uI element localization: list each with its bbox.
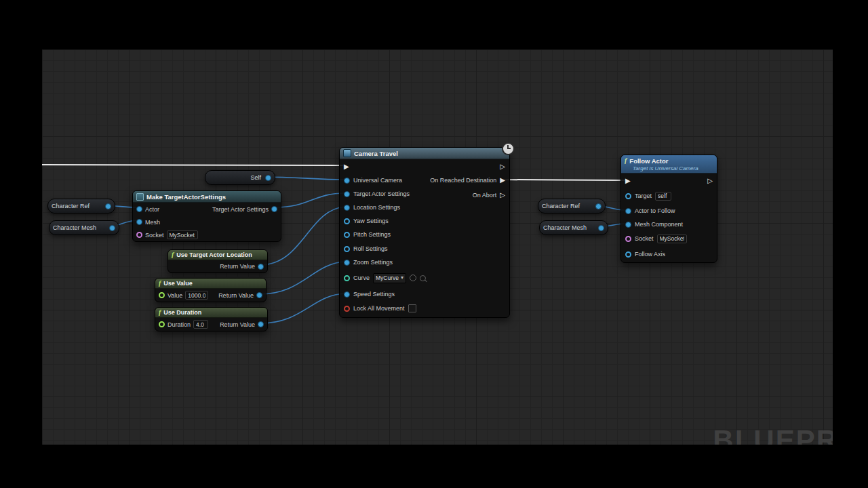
exec-out-pin[interactable]: ▷ bbox=[500, 163, 505, 170]
socket-input-pin[interactable] bbox=[625, 236, 631, 242]
pin-label: Return Value bbox=[220, 263, 255, 270]
actor-to-follow-input-pin[interactable] bbox=[625, 208, 631, 214]
exec-in-pin[interactable]: ▶ bbox=[344, 163, 349, 170]
return-value-output-pin[interactable] bbox=[258, 321, 264, 327]
function-icon: f bbox=[159, 280, 161, 287]
node-make-targetactorsettings[interactable]: Make TargetActorSettings Actor Target Ac… bbox=[132, 190, 281, 242]
node-var-character-ref-right[interactable]: Character Ref bbox=[538, 199, 606, 214]
pitch-settings-input-pin[interactable] bbox=[344, 232, 350, 238]
pin-label: Target Actor Settings bbox=[212, 206, 269, 213]
pin-label: Roll Settings bbox=[353, 245, 388, 252]
pin-label: Universal Camera bbox=[353, 177, 402, 184]
character-mesh-output-pin[interactable] bbox=[598, 225, 604, 231]
pin-label: Actor to Follow bbox=[635, 207, 675, 214]
node-header[interactable]: f Use Value bbox=[155, 279, 266, 289]
node-use-value[interactable]: f Use Value Value Return Value bbox=[155, 278, 267, 302]
function-icon: f bbox=[172, 251, 174, 258]
node-follow-actor[interactable]: f Follow Actor Target is Universal Camer… bbox=[620, 155, 717, 263]
target-input-pin[interactable] bbox=[625, 193, 631, 199]
watermark: BLUEPR bbox=[713, 424, 833, 445]
node-header[interactable]: Make TargetActorSettings bbox=[133, 191, 281, 203]
pin-label: Socket bbox=[635, 235, 654, 242]
node-header[interactable]: Camera Travel bbox=[340, 148, 509, 159]
pin-label: Socket bbox=[145, 232, 164, 239]
on-abort-exec-pin[interactable]: ▷ bbox=[500, 192, 505, 199]
pin-label: Pitch Settings bbox=[353, 231, 391, 238]
node-use-duration[interactable]: f Use Duration Duration Return Value bbox=[155, 307, 268, 331]
latent-clock-icon bbox=[502, 142, 515, 155]
exec-in-pin[interactable]: ▶ bbox=[625, 178, 631, 184]
target-actor-settings-output-pin[interactable] bbox=[271, 206, 277, 212]
camera-travel-icon bbox=[343, 149, 351, 157]
wire-exec-main[interactable] bbox=[42, 165, 343, 165]
target-actor-settings-input-pin[interactable] bbox=[344, 191, 350, 197]
character-ref-output-pin[interactable] bbox=[105, 203, 111, 209]
node-camera-travel[interactable]: Camera Travel ▶ ▷ Universal Camera On Re… bbox=[339, 147, 510, 318]
socket-input-pin[interactable] bbox=[136, 232, 142, 238]
return-value-output-pin[interactable] bbox=[258, 264, 264, 270]
node-use-target-actor-location[interactable]: f Use Target Actor Location Return Value bbox=[167, 249, 268, 273]
pin-label: Yaw Settings bbox=[353, 218, 389, 224]
var-label: Character Ref bbox=[542, 203, 580, 209]
follow-axis-input-pin[interactable] bbox=[625, 251, 631, 258]
pin-label: Actor bbox=[145, 206, 159, 213]
node-header[interactable]: f Follow Actor Target is Universal Camer… bbox=[621, 155, 717, 174]
pin-label: Location Settings bbox=[353, 204, 400, 211]
pin-label: Return Value bbox=[218, 292, 254, 299]
value-input-pin[interactable] bbox=[159, 292, 165, 298]
browse-asset-icon[interactable] bbox=[420, 275, 426, 281]
mesh-input-pin[interactable] bbox=[136, 219, 142, 225]
pin-label: Mesh bbox=[145, 219, 160, 226]
duration-input-pin[interactable] bbox=[159, 321, 165, 327]
pin-label: Curve bbox=[353, 274, 370, 281]
socket-value-field[interactable] bbox=[167, 230, 198, 239]
curve-asset-dropdown[interactable]: MyCurve ▾ bbox=[373, 273, 406, 283]
var-label: Character Ref bbox=[52, 203, 90, 209]
speed-settings-input-pin[interactable] bbox=[344, 291, 350, 298]
node-title: Follow Actor bbox=[629, 157, 668, 165]
node-header[interactable]: f Use Target Actor Location bbox=[168, 250, 267, 260]
exec-out-pin[interactable]: ▷ bbox=[707, 178, 713, 184]
self-output-pin[interactable] bbox=[265, 175, 271, 181]
node-var-character-ref-left[interactable]: Character Ref bbox=[47, 199, 115, 214]
pin-label: Target bbox=[635, 192, 652, 199]
wire-usevalue-to-zoomsettings[interactable] bbox=[259, 262, 345, 294]
chevron-down-icon: ▾ bbox=[401, 275, 403, 281]
zoom-settings-input-pin[interactable] bbox=[344, 260, 350, 266]
duration-field[interactable] bbox=[193, 320, 208, 329]
node-var-character-mesh-right[interactable]: Character Mesh bbox=[539, 220, 608, 235]
node-subtitle: Target is Universal Camera bbox=[625, 165, 713, 171]
node-var-self[interactable]: Self bbox=[205, 170, 275, 185]
use-selected-asset-icon[interactable] bbox=[410, 274, 416, 281]
value-field[interactable] bbox=[185, 291, 208, 300]
pin-label: Duration bbox=[167, 321, 191, 328]
on-reached-destination-exec-pin[interactable]: ▶ bbox=[500, 177, 505, 184]
node-var-character-mesh-left[interactable]: Character Mesh bbox=[49, 220, 119, 235]
target-value-field[interactable] bbox=[655, 192, 671, 201]
blueprint-graph[interactable]: BLUEPR Self Character Ref Character Mesh… bbox=[42, 49, 833, 445]
actor-input-pin[interactable] bbox=[136, 206, 142, 212]
wire-exec-on-reached[interactable] bbox=[502, 180, 626, 180]
pin-label: Mesh Component bbox=[635, 221, 683, 228]
pin-label: Target Actor Settings bbox=[353, 190, 410, 197]
character-mesh-output-pin[interactable] bbox=[109, 225, 115, 231]
function-icon: f bbox=[159, 309, 161, 316]
character-ref-output-pin[interactable] bbox=[595, 203, 601, 209]
location-settings-input-pin[interactable] bbox=[344, 205, 350, 211]
return-value-output-pin[interactable] bbox=[256, 292, 262, 298]
node-header[interactable]: f Use Duration bbox=[155, 308, 267, 318]
wire-make-to-targetactorsettings[interactable] bbox=[275, 193, 345, 207]
wire-useduration-to-speedsettings[interactable] bbox=[260, 293, 345, 323]
pin-label: Zoom Settings bbox=[353, 259, 393, 266]
universal-camera-input-pin[interactable] bbox=[344, 178, 350, 184]
var-label: Self bbox=[250, 174, 261, 181]
var-label: Character Mesh bbox=[543, 224, 587, 231]
curve-input-pin[interactable] bbox=[344, 275, 350, 281]
lock-all-movement-checkbox[interactable] bbox=[408, 304, 416, 312]
yaw-settings-input-pin[interactable] bbox=[344, 218, 350, 224]
roll-settings-input-pin[interactable] bbox=[344, 246, 350, 252]
mesh-component-input-pin[interactable] bbox=[625, 222, 631, 228]
socket-value-field[interactable] bbox=[657, 235, 687, 243]
pin-label: Value bbox=[167, 292, 182, 299]
lock-all-movement-input-pin[interactable] bbox=[344, 306, 350, 312]
